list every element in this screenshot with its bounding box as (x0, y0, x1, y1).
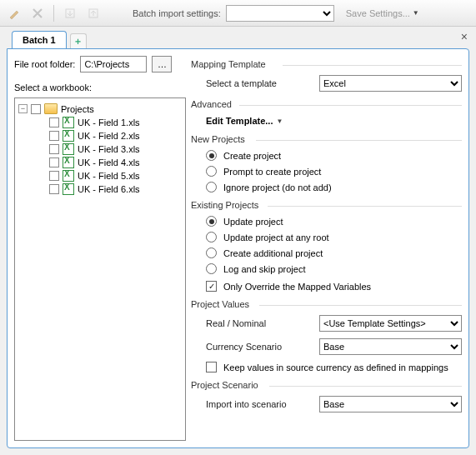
keep-currency-checkbox[interactable] (206, 362, 217, 372)
tree-item[interactable]: UK - Field 5.xls (37, 169, 182, 182)
collapse-icon[interactable]: − (18, 104, 28, 113)
right-pane: Mapping Template Select a template Excel… (191, 56, 462, 441)
excel-file-icon (63, 170, 74, 182)
select-workbook-label: Select a workbook: (14, 82, 186, 92)
tree-item[interactable]: UK - Field 2.xls (37, 129, 182, 142)
file-root-input[interactable] (80, 56, 147, 72)
tree-item-label: UK - Field 3.xls (78, 144, 140, 154)
radio-option[interactable]: Prompt to create project (191, 163, 462, 179)
excel-file-icon (63, 117, 74, 128)
radio-option[interactable]: Update project (191, 213, 462, 229)
real-nominal-label: Real / Nominal (206, 318, 313, 328)
mapping-template-group: Mapping Template (191, 59, 462, 69)
select-template-label: Select a template (206, 78, 313, 88)
file-root-label: File root folder: (14, 59, 75, 69)
radio[interactable] (206, 166, 217, 177)
radio[interactable] (206, 263, 217, 274)
advanced-group: Advanced (191, 99, 462, 109)
radio-label: Create project (223, 151, 281, 161)
edit-icon[interactable] (5, 4, 23, 22)
export-icon[interactable] (84, 4, 103, 22)
excel-file-icon (63, 143, 74, 155)
tree-item[interactable]: UK - Field 3.xls (37, 142, 182, 156)
checkbox[interactable] (49, 158, 59, 168)
left-pane: File root folder: … Select a workbook: −… (14, 56, 186, 441)
radio-label: Ignore project (do not add) (223, 182, 332, 192)
batch-settings-combo[interactable] (226, 5, 334, 22)
existing-projects-group: Existing Projects (191, 200, 462, 210)
tree-item[interactable]: UK - Field 4.xls (37, 156, 182, 169)
browse-button[interactable]: … (152, 56, 172, 72)
radio-label: Create additional project (223, 248, 323, 258)
checkbox[interactable] (49, 118, 59, 128)
tree-item[interactable]: UK - Field 6.xls (37, 182, 182, 196)
checkbox[interactable] (31, 104, 41, 114)
close-tab-button[interactable]: × (461, 30, 468, 43)
new-projects-group: New Projects (191, 134, 462, 144)
tree-item-label: UK - Field 2.xls (78, 131, 140, 141)
tree-item-label: UK - Field 6.xls (78, 184, 140, 194)
override-checkbox[interactable] (206, 281, 217, 292)
import-icon[interactable] (61, 4, 79, 22)
radio[interactable] (206, 248, 217, 258)
add-tab-button[interactable]: ＋ (70, 33, 87, 48)
checkbox[interactable] (49, 171, 59, 181)
radio[interactable] (206, 216, 217, 227)
tab-strip: Batch 1 ＋ × (0, 27, 476, 48)
separator (53, 5, 54, 22)
workbook-tree[interactable]: − Projects UK - Field 1.xlsUK - Field 2.… (14, 98, 186, 441)
radio-label: Prompt to create project (223, 167, 321, 177)
tab-batch-1[interactable]: Batch 1 (12, 31, 67, 48)
radio-option[interactable]: Create additional project (191, 245, 462, 261)
radio-label: Update project at any root (223, 232, 329, 242)
radio-option[interactable]: Log and skip project (191, 261, 462, 277)
real-nominal-select[interactable]: <Use Template Settings> (319, 315, 462, 332)
chevron-down-icon: ▼ (413, 9, 419, 17)
radio[interactable] (206, 182, 217, 192)
radio-label: Update project (223, 217, 283, 227)
tree-root-label: Projects (61, 104, 94, 114)
currency-scenario-label: Currency Scenario (206, 342, 313, 352)
radio-option[interactable]: Ignore project (do not add) (191, 179, 462, 195)
tree-item[interactable]: UK - Field 1.xls (37, 116, 182, 129)
checkbox[interactable] (49, 184, 59, 194)
checkbox[interactable] (49, 144, 59, 154)
project-values-group: Project Values (191, 299, 462, 309)
delete-icon[interactable] (28, 4, 47, 22)
excel-file-icon (63, 183, 74, 195)
excel-file-icon (63, 157, 74, 168)
radio-option[interactable]: Update project at any root (191, 229, 462, 245)
excel-file-icon (63, 130, 74, 142)
override-label: Only Override the Mapped Variables (223, 282, 371, 292)
edit-template-button[interactable]: Edit Template... ▼ (191, 112, 462, 129)
radio[interactable] (206, 150, 217, 161)
project-scenario-group: Project Scenario (191, 380, 462, 390)
template-select[interactable]: Excel (319, 75, 462, 92)
batch-settings-label: Batch import settings: (133, 8, 221, 18)
checkbox[interactable] (49, 131, 59, 141)
batch-panel: File root folder: … Select a workbook: −… (7, 48, 469, 448)
top-toolbar: Batch import settings: Save Settings... … (0, 0, 476, 27)
currency-scenario-select[interactable]: Base (319, 338, 462, 355)
tree-item-label: UK - Field 1.xls (78, 118, 140, 128)
keep-currency-label: Keep values in source currency as define… (223, 362, 448, 372)
tree-root[interactable]: − Projects (18, 103, 182, 114)
tree-item-label: UK - Field 4.xls (78, 158, 140, 168)
tree-item-label: UK - Field 5.xls (78, 171, 140, 181)
import-scenario-select[interactable]: Base (319, 396, 462, 412)
import-scenario-label: Import into scenario (206, 399, 313, 409)
radio-option[interactable]: Create project (191, 148, 462, 163)
folder-icon (44, 103, 58, 114)
radio[interactable] (206, 232, 217, 242)
save-settings-button[interactable]: Save Settings... ▼ (346, 8, 419, 18)
radio-label: Log and skip project (223, 264, 305, 274)
chevron-down-icon: ▼ (276, 118, 283, 125)
